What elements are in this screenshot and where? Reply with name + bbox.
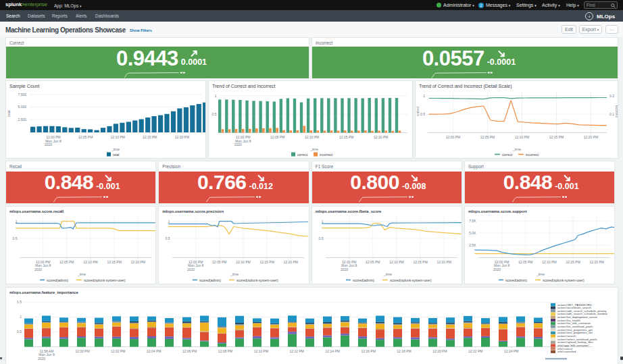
svg-text:_time: _time	[230, 271, 239, 276]
svg-text:2020: 2020	[341, 267, 348, 271]
svg-text:0.5: 0.5	[212, 112, 217, 116]
svg-text:0.5: 0.5	[166, 236, 170, 240]
svg-text:12:08 PM: 12:08 PM	[218, 348, 232, 353]
svg-text:_time: _time	[77, 271, 86, 276]
svg-text:12:15 PM: 12:15 PM	[549, 135, 564, 139]
svg-text:12:00 PM: 12:00 PM	[75, 348, 89, 353]
svg-text:12:15 PM: 12:15 PM	[143, 135, 157, 139]
svg-text:2.5K: 2.5K	[469, 242, 476, 246]
svg-text:1: 1	[423, 94, 425, 98]
svg-text:1: 1	[321, 219, 323, 223]
svg-text:scored(admin): scored(admin)	[199, 278, 221, 282]
svg-text:scored(admin): scored(admin)	[47, 278, 68, 282]
svg-text:0.5: 0.5	[420, 112, 425, 116]
svg-text:12:12 PM: 12:12 PM	[290, 348, 304, 353]
svg-text:12:18 PM: 12:18 PM	[397, 348, 411, 353]
svg-text:1: 1	[16, 219, 18, 223]
svg-text:12:15 PM: 12:15 PM	[107, 259, 121, 263]
svg-text:12:05 PM: 12:05 PM	[78, 135, 93, 139]
svg-text:0.5: 0.5	[318, 236, 323, 240]
svg-text:scored(splunk-system-user): scored(splunk-system-user)	[84, 278, 126, 282]
svg-text:1.5: 1.5	[17, 300, 22, 304]
svg-text:12:15 PM: 12:15 PM	[413, 259, 427, 263]
svg-text:12:10 PM: 12:10 PM	[83, 259, 97, 263]
svg-text:1: 1	[215, 94, 217, 98]
svg-text:5,000: 5,000	[18, 105, 26, 109]
svg-text:_time: _time	[512, 147, 521, 151]
svg-text:12:10 PM: 12:10 PM	[254, 348, 268, 353]
svg-text:12:20 PM: 12:20 PM	[175, 135, 189, 139]
svg-text:2020: 2020	[187, 267, 195, 271]
svg-text:2020: 2020	[34, 267, 42, 271]
svg-text:correct: correct	[416, 106, 420, 116]
svg-text:12:20 PM: 12:20 PM	[131, 259, 145, 263]
svg-text:12:06 PM: 12:06 PM	[182, 348, 197, 353]
svg-text:2020: 2020	[493, 267, 501, 271]
svg-text:12:10 PM: 12:10 PM	[389, 259, 403, 263]
svg-text:12:16 PM: 12:16 PM	[361, 348, 375, 353]
svg-text:12:22 PM: 12:22 PM	[468, 348, 482, 353]
svg-text:correct: correct	[502, 153, 513, 157]
svg-text:1: 1	[20, 315, 22, 319]
svg-text:scored(splunk-system-user): scored(splunk-system-user)	[236, 278, 278, 282]
svg-text:_time: _time	[111, 147, 120, 151]
svg-text:2020: 2020	[38, 356, 45, 360]
svg-text:7.5K: 7.5K	[469, 218, 476, 222]
svg-text:12:10 PM: 12:10 PM	[305, 135, 319, 139]
svg-text:0.5: 0.5	[13, 236, 18, 240]
svg-text:scored(admin): scored(admin)	[505, 278, 527, 282]
svg-text:7,500: 7,500	[18, 93, 26, 97]
svg-text:incorrect: incorrect	[320, 153, 333, 157]
svg-text:12:15 PM: 12:15 PM	[566, 259, 580, 263]
svg-text:0.1: 0.1	[609, 112, 614, 116]
svg-text:0.5: 0.5	[17, 330, 22, 334]
svg-text:2,500: 2,500	[18, 118, 26, 122]
svg-text:total: total	[7, 110, 11, 116]
svg-text:12:20 PM: 12:20 PM	[374, 135, 388, 139]
svg-text:5.0K: 5.0K	[469, 230, 476, 234]
svg-text:12:15 PM: 12:15 PM	[339, 135, 353, 139]
svg-text:12:14 PM: 12:14 PM	[325, 348, 339, 353]
svg-text:12:05 PM: 12:05 PM	[270, 135, 284, 139]
svg-text:12:20 PM: 12:20 PM	[584, 135, 598, 139]
svg-text:12:15 PM: 12:15 PM	[260, 259, 274, 263]
svg-text:12:20 PM: 12:20 PM	[590, 259, 604, 263]
svg-text:12:10 PM: 12:10 PM	[236, 259, 251, 263]
svg-text:0.2: 0.2	[609, 94, 614, 98]
svg-text:12:00 PM: 12:00 PM	[446, 135, 460, 139]
svg-text:12:10 PM: 12:10 PM	[542, 259, 556, 263]
svg-text:_time: _time	[383, 271, 392, 276]
svg-text:_time: _time	[536, 271, 545, 276]
svg-text:info#canceled: info#canceled	[557, 350, 576, 353]
svg-text:12:20 PM: 12:20 PM	[432, 348, 447, 353]
svg-text:incorrect: incorrect	[615, 105, 618, 118]
svg-text:1: 1	[168, 219, 170, 223]
svg-text:12:24 PM: 12:24 PM	[504, 348, 518, 353]
svg-text:correct: correct	[297, 153, 308, 157]
svg-text:_time: _time	[309, 147, 318, 151]
svg-text:12:10 PM: 12:10 PM	[515, 135, 529, 139]
svg-text:12:05 PM: 12:05 PM	[366, 259, 380, 263]
svg-text:2020: 2020	[234, 142, 242, 147]
svg-text:12:05 PM: 12:05 PM	[480, 135, 495, 139]
svg-text:12:05 PM: 12:05 PM	[212, 259, 226, 263]
svg-text:2020: 2020	[45, 142, 52, 147]
svg-text:12:02 PM: 12:02 PM	[111, 348, 125, 353]
svg-text:12:05 PM: 12:05 PM	[59, 259, 74, 263]
svg-text:12:10 PM: 12:10 PM	[110, 135, 124, 139]
svg-text:scored(splunk-system-user): scored(splunk-system-user)	[543, 278, 584, 282]
svg-text:incorrect: incorrect	[526, 153, 539, 157]
svg-text:12:04 PM: 12:04 PM	[147, 348, 161, 353]
svg-text:12:05 PM: 12:05 PM	[518, 259, 532, 263]
svg-text:total: total	[113, 153, 119, 157]
svg-text:12:20 PM: 12:20 PM	[437, 259, 451, 263]
svg-text:scored(admin): scored(admin)	[353, 278, 374, 282]
svg-text:12:20 PM: 12:20 PM	[284, 259, 298, 263]
svg-text:scored(splunk-system-user): scored(splunk-system-user)	[390, 278, 432, 282]
